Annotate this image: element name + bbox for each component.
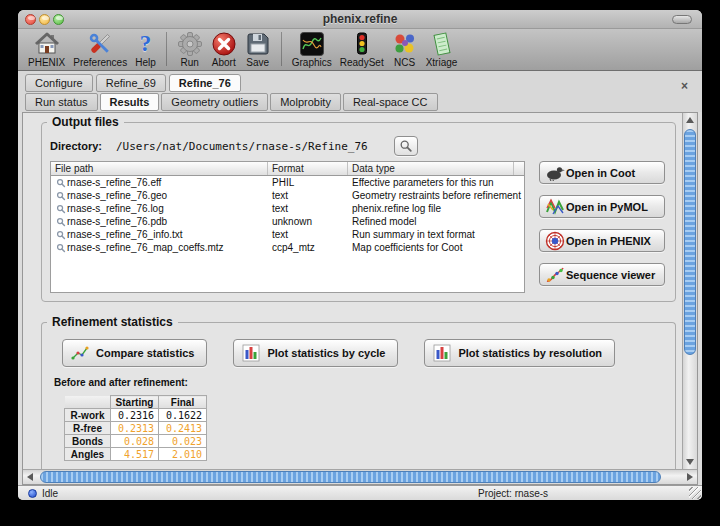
stats-header-row: Starting Final [65,396,207,409]
close-window-button[interactable] [25,14,36,25]
column-header-format[interactable]: Format [268,162,348,175]
scroll-right-button[interactable] [683,470,697,484]
file-actions: Open in Coot [539,161,665,297]
title-bar[interactable]: phenix.refine [18,10,702,29]
open-in-pymol-label: Open in PyMOL [566,201,648,213]
file-format: text [268,190,348,201]
output-files-table: File path Format Data type [50,161,525,293]
resize-grip[interactable] [689,487,701,499]
stat-final-value: 0.023 [159,435,207,448]
toolbar-separator [281,32,282,66]
horizontal-scrollbar[interactable] [23,469,697,484]
directory-label: Directory: [50,140,102,152]
app-window: phenix.refine PHENIX [18,10,702,500]
plot-statistics-by-cycle-button[interactable]: Plot statistics by cycle [233,339,398,367]
horizontal-scroll-thumb[interactable] [40,471,661,483]
open-in-pymol-button[interactable]: Open in PyMOL [539,195,665,218]
pymol-ribbon-icon [544,198,566,216]
toolbar: PHENIX Preferences ? Help [18,29,702,71]
status-indicator-icon [28,489,37,498]
magnifier-icon [54,204,67,214]
scroll-up-button[interactable] [683,113,697,127]
tab-refine-76[interactable]: Refine_76 [169,74,241,92]
minimize-window-button[interactable] [39,14,50,25]
open-in-phenix-button[interactable]: Open in PHENIX [539,229,665,252]
file-row[interactable]: rnase-s_refine_76.geo text Geometry rest… [51,189,524,202]
toolbar-save-button[interactable]: Save [241,30,275,70]
open-in-coot-label: Open in Coot [566,167,635,179]
toolbar-graphics-button[interactable]: Graphics [288,30,336,70]
stat-starting-value: 0.2316 [111,409,159,422]
file-row[interactable]: rnase-s_refine_76.pdb unknown Refined mo… [51,215,524,228]
open-in-coot-button[interactable]: Open in Coot [539,161,665,184]
file-data-type: Run summary in text format [348,229,524,240]
status-bar: Idle Project: rnase-s [18,485,702,500]
vertical-scrollbar[interactable] [682,113,697,469]
file-name: rnase-s_refine_76_info.txt [67,229,183,240]
tab-configure[interactable]: Configure [25,74,93,92]
toolbar-run-label: Run [181,57,199,69]
file-name: rnase-s_refine_76.eff [67,177,161,188]
coot-bird-icon [544,165,566,181]
stat-final-value: 2.010 [159,448,207,461]
content-frame: Output files Directory: /Users/nat/Docum… [22,112,698,485]
file-name: rnase-s_refine_76.pdb [67,216,167,227]
toolbar-preferences-button[interactable]: Preferences [69,30,131,70]
molecules-icon [392,31,418,57]
toolbar-xtriage-button[interactable]: Xtriage [422,30,462,70]
toolbar-ncs-button[interactable]: NCS [388,30,422,70]
stats-row-angles: Angles 4.517 2.010 [65,448,207,461]
scroll-left-button[interactable] [23,470,37,484]
file-row[interactable]: rnase-s_refine_76.log text phenix.refine… [51,202,524,215]
plot-statistics-by-resolution-button[interactable]: Plot statistics by resolution [424,339,615,367]
results-panel: Output files Directory: /Users/nat/Docum… [23,113,682,469]
toolbar-help-button[interactable]: ? Help [131,30,160,70]
gear-icon [177,31,203,57]
stats-col-final: Final [159,396,207,409]
tab-geometry-outliers[interactable]: Geometry outliers [161,93,268,111]
home-icon [34,31,60,57]
file-format: unknown [268,216,348,227]
file-row[interactable]: rnase-s_refine_76_map_coeffs.mtz ccp4_mt… [51,241,524,254]
tab-refine-69[interactable]: Refine_69 [96,74,166,92]
statistics-buttons-row: Compare statistics P [62,339,665,367]
before-after-table: Starting Final R-work 0.2316 0.1622 R-fr… [64,395,207,461]
column-header-file-path[interactable]: File path [51,162,268,175]
open-in-phenix-label: Open in PHENIX [566,235,651,247]
project-label: Project: rnase-s [478,488,548,499]
stats-row-r-work: R-work 0.2316 0.1622 [65,409,207,422]
output-files-heading: Output files [47,115,124,129]
vertical-scroll-track[interactable] [683,127,697,455]
file-data-type: Map coefficients for Coot [348,242,524,253]
toolbar-run-button[interactable]: Run [173,30,207,70]
table-header-row[interactable]: File path Format Data type [51,162,524,176]
compare-statistics-button[interactable]: Compare statistics [62,339,207,367]
zoom-window-button[interactable] [53,14,64,25]
sequence-viewer-button[interactable]: Sequence viewer [539,263,665,286]
horizontal-scroll-track[interactable] [37,470,683,484]
toolbar-help-label: Help [135,57,156,69]
vertical-scroll-thumb[interactable] [684,129,696,355]
browse-directory-button[interactable] [394,136,418,156]
tab-molprobity[interactable]: Molprobity [270,93,341,111]
stat-final-value: 0.1622 [159,409,207,422]
tab-results[interactable]: Results [100,93,160,111]
column-header-data-type[interactable]: Data type [348,162,514,175]
toolbar-toggle-button[interactable] [672,15,692,24]
stat-label: R-free [65,422,111,435]
scroll-down-button[interactable] [683,455,697,469]
tab-real-space-cc[interactable]: Real-space CC [343,93,438,111]
toolbar-phenix-label: PHENIX [28,57,65,69]
toolbar-abort-button[interactable]: Abort [207,30,241,70]
file-row[interactable]: rnase-s_refine_76_info.txt text Run summ… [51,228,524,241]
close-tab-button[interactable]: × [681,76,692,87]
scatter-plot-icon [71,344,89,362]
traffic-light-icon [349,31,375,57]
toolbar-readyset-label: ReadySet [340,57,384,69]
file-row[interactable]: rnase-s_refine_76.eff PHIL Effective par… [51,176,524,189]
toolbar-readyset-button[interactable]: ReadySet [336,30,388,70]
toolbar-phenix-button[interactable]: PHENIX [24,30,69,70]
tab-run-status[interactable]: Run status [25,93,98,111]
file-format: text [268,229,348,240]
sequence-icon [544,266,566,284]
